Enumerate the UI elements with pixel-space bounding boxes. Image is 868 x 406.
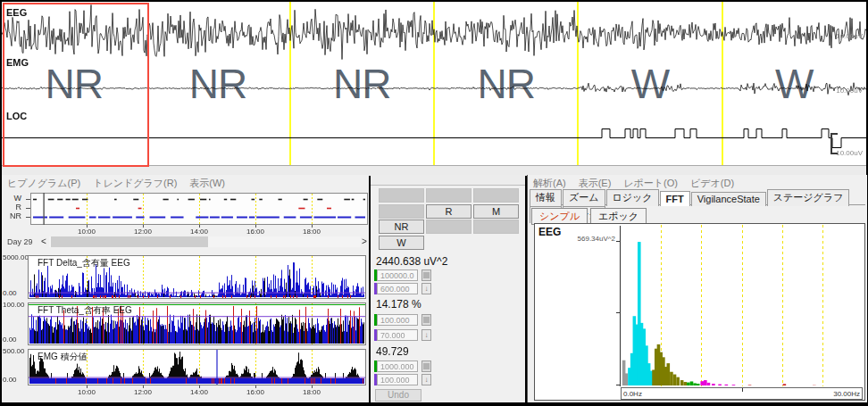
threshold-field-lower[interactable]: 600.000 — [377, 283, 418, 294]
threshold-field-upper[interactable]: 100000.0 — [377, 269, 418, 281]
chart-title: FFT Delta_含有量 EEG — [38, 257, 130, 269]
tab-FFT[interactable]: FFT — [660, 191, 690, 206]
time-tick — [143, 225, 144, 228]
fft-xmax-label: 30.00Hz — [833, 390, 860, 398]
time-tick-label: 12:00 — [125, 228, 161, 236]
fft-spectrum-box: EEG 569.34uV^2 0.0Hz 30.00Hz — [534, 223, 865, 401]
time-tick-label: 18:00 — [294, 388, 330, 396]
chart-ymax-label: 500.00 — [3, 347, 27, 355]
trend-panel: ヒプノグラム(P)トレンドグラフ(R)表示(W) WRNR 10:0012:00… — [2, 175, 369, 402]
fft-x-axis: 0.0Hz 30.00Hz — [621, 387, 863, 400]
time-tick-label: 10:00 — [69, 228, 104, 236]
chart-ymin-label: 0.00 — [3, 289, 27, 297]
time-tick-label: 16:00 — [238, 228, 273, 236]
threshold-field-upper[interactable]: 1000.000 — [377, 360, 418, 372]
chart-title: FFT Theta_含有率 EEG — [38, 304, 132, 317]
stage-button-m[interactable]: M — [473, 204, 519, 219]
time-tick-label: 12:00 — [125, 388, 161, 396]
time-tick — [312, 385, 313, 388]
tab-情報[interactable]: 情報 — [530, 189, 562, 206]
menu-item[interactable]: トレンドグラフ(R) — [93, 177, 177, 190]
fft-y-tick-top — [616, 241, 620, 242]
fft-channel-label: EEG — [538, 226, 561, 238]
matrix-cell[interactable] — [379, 188, 424, 203]
fft-ymax-label: 569.34uV^2 — [560, 235, 615, 243]
menu-item[interactable]: レポート(O) — [623, 177, 678, 190]
selected-epoch-box — [3, 3, 149, 167]
menu-item[interactable]: ヒプノグラム(P) — [7, 177, 80, 190]
scale-label: 10.00uV — [836, 87, 863, 95]
menu-item[interactable]: 解析(A) — [533, 177, 566, 190]
readout-value: 49.729 — [376, 345, 409, 358]
tab-ステージグラフ[interactable]: ステージグラフ — [767, 189, 850, 206]
threshold-field-lower[interactable]: 70.000 — [377, 329, 418, 341]
chart-title: EMG 積分値 — [38, 351, 88, 363]
hypnogram-scrollbar-track[interactable] — [49, 236, 361, 247]
time-tick — [312, 225, 313, 228]
time-tick — [255, 225, 256, 228]
scale-label: 10.00uV — [836, 149, 863, 157]
time-tick-label: 18:00 — [294, 228, 330, 236]
matrix-cell[interactable] — [473, 188, 519, 203]
readout-value: 2440.638 uV^2 — [376, 255, 447, 268]
threshold-toolstrip — [371, 175, 525, 186]
tab-ロジック[interactable]: ロジック — [606, 189, 659, 206]
hypnogram-row-label: R — [5, 203, 21, 211]
chart-ymin-label: 0.00 — [3, 376, 27, 384]
readout-value: 14.178 % — [376, 298, 421, 311]
chart-ymax-label: 5000.00 — [3, 253, 27, 261]
time-tick — [255, 385, 256, 388]
threshold-set-button[interactable] — [421, 314, 431, 326]
polysomnogram-panel: NRNRNRNRWW EEG10.00uVEMG10.00uVLOC10.00u… — [2, 2, 866, 165]
threshold-set-button[interactable] — [421, 269, 431, 281]
time-tick — [199, 385, 200, 388]
menu-item[interactable]: 表示(E) — [579, 177, 612, 190]
matrix-cell[interactable] — [426, 188, 472, 203]
scroll-left-arrow[interactable]: < — [41, 236, 46, 247]
fft-x-tick-mid — [742, 388, 743, 392]
chart-ymin-label: 0.00 — [3, 336, 27, 344]
day-label: Day 29 — [7, 237, 33, 246]
menu-item[interactable]: 表示(W) — [189, 177, 225, 190]
hypnogram-scrollbar-thumb[interactable] — [51, 236, 208, 247]
time-tick-label: 10:00 — [69, 388, 104, 396]
stage-button-r[interactable]: R — [426, 204, 472, 219]
threshold-field-upper[interactable]: 100.000 — [377, 314, 418, 326]
fft-y-tick-bottom — [616, 385, 620, 385]
chart-ymax-label: 100.00 — [3, 301, 27, 309]
trend-menubar: ヒプノグラム(P)トレンドグラフ(R)表示(W) — [2, 175, 369, 191]
time-tick — [199, 225, 200, 228]
hypnogram-canvas[interactable] — [23, 191, 370, 227]
threshold-set-button[interactable] — [421, 360, 431, 372]
matrix-cell[interactable] — [473, 220, 519, 234]
fft-y-tick-mid — [616, 312, 620, 313]
menu-item[interactable]: ビデオ(D) — [690, 177, 734, 190]
scroll-right-arrow[interactable]: > — [362, 236, 367, 247]
fft-subtabs: シンプルエポック — [531, 207, 649, 225]
time-tick — [87, 385, 88, 388]
scale-label: 10.00uV — [836, 32, 863, 40]
time-tick-label: 16:00 — [238, 388, 273, 396]
fft-spectrum-canvas[interactable] — [621, 225, 863, 386]
fft-xmin-label: 0.0Hz — [623, 390, 642, 398]
hypnogram-row-label: W — [5, 194, 21, 203]
time-tick-label: 14:00 — [181, 228, 217, 236]
undo-button[interactable]: Undo — [375, 389, 421, 402]
time-tick — [87, 225, 88, 228]
stage-button-nr[interactable]: NR — [379, 220, 424, 234]
matrix-cell[interactable] — [379, 204, 424, 219]
hypnogram-row-label: NR — [5, 211, 21, 220]
matrix-cell[interactable] — [426, 220, 472, 234]
analysis-tabs: 情報ズームロジックFFTVigilanceStateステージグラフ検索マークVi… — [530, 189, 865, 205]
time-tick — [143, 385, 144, 388]
threshold-panel: RMNRW 2440.638 uV^2100000.0600.000↓14.17… — [371, 175, 525, 402]
stage-button-w[interactable]: W — [379, 236, 424, 250]
tab-VigilanceState[interactable]: VigilanceState — [691, 192, 766, 206]
threshold-field-lower[interactable]: 100.000 — [377, 374, 418, 385]
app-window: { "traces": { "channels": [ {"label": "E… — [0, 0, 868, 406]
threshold-apply-button[interactable]: ↓ — [421, 283, 431, 294]
threshold-apply-button[interactable]: ↓ — [421, 374, 431, 385]
tab-ズーム[interactable]: ズーム — [563, 189, 605, 206]
analysis-panel: 解析(A)表示(E)レポート(O)ビデオ(D) 情報ズームロジックFFTVigi… — [527, 175, 867, 402]
threshold-apply-button[interactable]: ↓ — [421, 329, 431, 341]
